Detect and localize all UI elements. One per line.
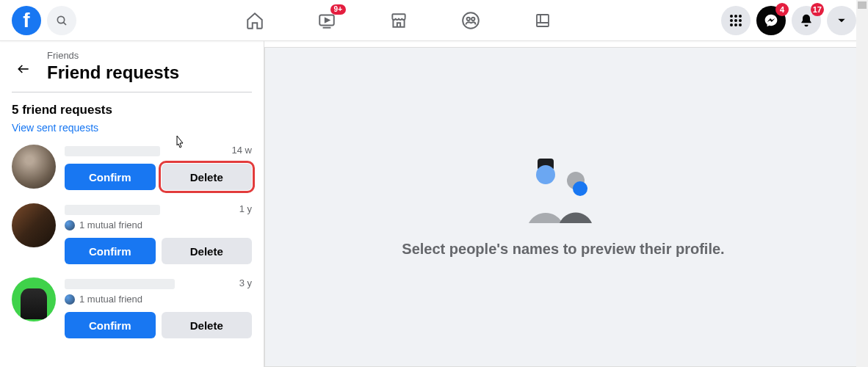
empty-people-illustration	[523, 157, 604, 223]
marketplace-icon	[389, 11, 408, 30]
request-time: 3 y	[239, 277, 252, 288]
delete-button[interactable]: Delete	[162, 238, 253, 264]
main-area: Friends Friend requests 5 friend request…	[0, 41, 868, 367]
nav-groups[interactable]	[460, 10, 481, 31]
scrollbar-thumb[interactable]	[858, 1, 867, 9]
mutual-friends[interactable]: 1 mutual friend	[65, 294, 252, 305]
messenger-icon	[764, 13, 778, 28]
svg-point-16	[739, 23, 742, 26]
svg-point-6	[471, 17, 474, 20]
nav-marketplace[interactable]	[388, 10, 409, 31]
avatar[interactable]	[12, 277, 56, 321]
notifications-button[interactable]: 17	[792, 6, 821, 35]
content-area: Select people's names to preview their p…	[264, 47, 862, 367]
confirm-button[interactable]: Confirm	[65, 238, 156, 264]
topbar-left: f	[12, 6, 76, 35]
home-icon	[245, 11, 264, 30]
svg-point-14	[730, 23, 733, 26]
request-name-redacted	[65, 205, 160, 215]
view-sent-requests-link[interactable]: View sent requests	[12, 122, 98, 134]
svg-point-8	[730, 15, 733, 18]
facebook-logo[interactable]: f	[12, 6, 41, 35]
request-list: 14 w Confirm Delete 1 y	[12, 145, 252, 338]
watch-badge: 9+	[330, 4, 346, 15]
svg-rect-7	[537, 15, 549, 26]
friend-request-item[interactable]: 1 y 1 mutual friend Confirm Delete	[12, 203, 252, 264]
mutual-avatar-icon	[65, 294, 75, 305]
menu-grid-icon	[729, 14, 742, 27]
back-button[interactable]	[12, 57, 35, 81]
messenger-badge: 4	[775, 3, 789, 16]
mutual-avatar-icon	[65, 220, 75, 230]
nav-watch[interactable]: 9+	[317, 10, 337, 31]
sidebar-subheader: 5 friend requests View sent requests	[12, 103, 252, 134]
svg-point-19	[536, 165, 555, 184]
bell-icon	[799, 13, 814, 28]
svg-point-5	[467, 17, 470, 20]
empty-state-text: Select people's names to preview their p…	[402, 241, 724, 258]
nav-gaming[interactable]	[532, 10, 553, 31]
page-title: Friend requests	[47, 62, 179, 83]
confirm-button[interactable]: Confirm	[65, 164, 156, 190]
avatar[interactable]	[12, 145, 56, 189]
search-button[interactable]	[47, 6, 76, 35]
top-bar: f 9+ 4 17	[0, 0, 868, 41]
friend-request-item[interactable]: 3 y 1 mutual friend Confirm Delete	[12, 277, 252, 338]
request-name-redacted	[65, 146, 160, 156]
request-name-redacted	[65, 279, 175, 289]
nav-home[interactable]	[245, 10, 265, 31]
mutual-friends-label: 1 mutual friend	[79, 294, 142, 305]
topbar-right: 4 17	[721, 6, 856, 35]
request-time: 14 w	[232, 145, 252, 156]
delete-button[interactable]: Delete	[162, 164, 253, 190]
groups-icon	[461, 11, 480, 30]
svg-point-9	[734, 15, 737, 18]
confirm-button[interactable]: Confirm	[65, 312, 156, 338]
svg-point-0	[57, 16, 64, 23]
mutual-friends[interactable]: 1 mutual friend	[65, 219, 252, 230]
account-button[interactable]	[827, 6, 856, 35]
svg-point-21	[573, 181, 587, 196]
search-icon	[56, 15, 68, 26]
topbar-center: 9+	[245, 10, 553, 31]
svg-point-11	[730, 19, 733, 22]
svg-point-15	[734, 23, 737, 26]
svg-point-10	[739, 15, 742, 18]
messenger-button[interactable]: 4	[756, 6, 786, 35]
breadcrumb[interactable]: Friends	[47, 50, 179, 61]
svg-point-4	[463, 12, 479, 29]
request-time: 1 y	[239, 203, 252, 214]
gaming-icon	[534, 12, 551, 29]
mutual-friends-label: 1 mutual friend	[79, 219, 142, 230]
sidebar-header: Friends Friend requests	[12, 50, 252, 92]
avatar[interactable]	[12, 203, 56, 247]
svg-point-12	[734, 19, 737, 22]
svg-point-13	[739, 19, 742, 22]
arrow-left-icon	[16, 62, 31, 76]
friend-request-item[interactable]: 14 w Confirm Delete	[12, 145, 252, 190]
request-count-label: 5 friend requests	[12, 103, 252, 117]
menu-button[interactable]	[721, 6, 751, 35]
chevron-down-icon	[836, 15, 847, 26]
sidebar: Friends Friend requests 5 friend request…	[0, 41, 264, 367]
delete-button[interactable]: Delete	[162, 312, 253, 338]
svg-line-1	[63, 22, 66, 25]
notifications-badge: 17	[811, 3, 824, 16]
scrollbar-track[interactable]	[856, 0, 868, 367]
